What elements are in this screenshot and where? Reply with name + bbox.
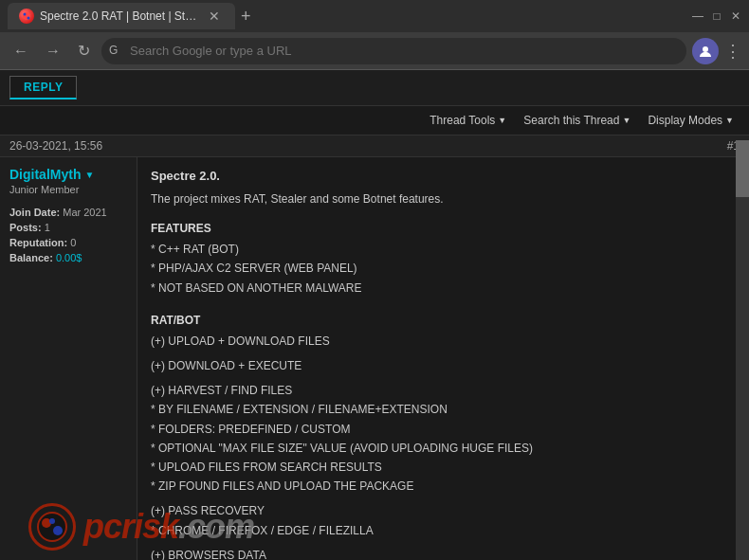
display-modes-dropdown-arrow: ▼ — [725, 116, 734, 125]
post-line: (+) DOWNLOAD + EXECUTE — [151, 357, 736, 375]
close-button[interactable]: ✕ — [730, 10, 741, 22]
maximize-button[interactable]: □ — [711, 10, 722, 22]
watermark-text: pcrisk.com — [83, 507, 254, 547]
forward-button[interactable]: → — [40, 39, 66, 63]
reputation-row: Reputation: 0 — [9, 237, 127, 248]
username: DigitalMyth ▼ — [9, 167, 127, 182]
post-section-header: FEATURES — [151, 220, 736, 238]
post-line: * ZIP FOUND FILES AND UPLOAD THE PACKAGE — [151, 478, 736, 496]
tab-favicon — [19, 9, 34, 24]
user-meta: Join Date: Mar 2021 Posts: 1 Reputation:… — [9, 207, 127, 263]
post-date: 26-03-2021, 15:56 — [9, 139, 102, 153]
post-line: * NOT BASED ON ANOTHER MALWARE — [151, 280, 736, 298]
minimize-button[interactable]: — — [692, 10, 703, 22]
browser-chrome: Spectre 2.0 RAT | Botnet | Stealer ✕ + —… — [0, 0, 749, 70]
thread-toolbar: Thread Tools ▼ Search this Thread ▼ Disp… — [0, 106, 749, 135]
reply-bar: REPLY — [0, 70, 749, 106]
watermark: pcrisk.com — [28, 503, 254, 551]
thread-tools-dropdown-arrow: ▼ — [498, 116, 506, 125]
svg-point-3 — [703, 46, 708, 52]
scrollbar[interactable] — [736, 140, 749, 560]
google-icon: G — [109, 44, 124, 59]
post-header: 26-03-2021, 15:56 #1 — [0, 135, 749, 157]
refresh-button[interactable]: ↻ — [72, 38, 96, 63]
post-area: 26-03-2021, 15:56 #1 DigitalMyth ▼ Junio… — [0, 135, 749, 560]
svg-point-7 — [49, 518, 55, 524]
user-rank: Junior Member — [9, 184, 127, 195]
user-sidebar: DigitalMyth ▼ Junior Member Join Date: M… — [0, 157, 137, 560]
thread-tools-button[interactable]: Thread Tools ▼ — [422, 110, 514, 131]
scrollbar-thumb[interactable] — [736, 140, 749, 197]
post-line: * BY FILENAME / EXTENSION / FILENAME+EXT… — [151, 401, 736, 419]
post-line: * FOLDERS: PREDEFINED / CUSTOM — [151, 421, 736, 439]
display-modes-button[interactable]: Display Modes ▼ — [640, 110, 741, 131]
page-content: REPLY Thread Tools ▼ Search this Thread … — [0, 70, 749, 560]
post-line: (+) UPLOAD + DOWNLOAD FILES — [151, 333, 736, 351]
svg-point-4 — [38, 513, 66, 541]
window-controls: — □ ✕ — [692, 10, 741, 22]
post-subtitle: The project mixes RAT, Stealer and some … — [151, 190, 736, 208]
post-section-header: RAT/BOT — [151, 312, 736, 330]
join-date-row: Join Date: Mar 2021 — [9, 207, 127, 218]
svg-point-1 — [24, 13, 27, 16]
reply-button[interactable]: REPLY — [9, 76, 77, 99]
browser-menu-button[interactable]: ⋮ — [724, 41, 741, 62]
back-button[interactable]: ← — [8, 39, 34, 63]
search-thread-button[interactable]: Search this Thread ▼ — [516, 110, 638, 131]
post-content-area: Spectre 2.0. The project mixes RAT, Stea… — [137, 157, 749, 560]
post-title: Spectre 2.0. — [151, 167, 736, 187]
post-line: * UPLOAD FILES FROM SEARCH RESULTS — [151, 459, 736, 477]
svg-point-2 — [27, 17, 30, 20]
profile-button[interactable] — [692, 38, 719, 64]
post-line: * PHP/AJAX C2 SERVER (WEB PANEL) — [151, 260, 736, 278]
address-input[interactable] — [101, 38, 686, 64]
username-arrow-icon: ▼ — [84, 170, 94, 180]
address-bar-container: G — [101, 38, 686, 64]
balance-row: Balance: 0.00$ — [9, 252, 127, 263]
browser-titlebar: Spectre 2.0 RAT | Botnet | Stealer ✕ + —… — [0, 0, 749, 32]
tab-close-button[interactable]: ✕ — [205, 7, 224, 26]
search-thread-dropdown-arrow: ▼ — [622, 116, 630, 125]
post-line: * OPTIONAL "MAX FILE SIZE" VALUE (AVOID … — [151, 440, 736, 458]
browser-toolbar: ← → ↻ G ⋮ — [0, 32, 749, 70]
tab-title: Spectre 2.0 RAT | Botnet | Stealer — [40, 9, 199, 23]
post-body: DigitalMyth ▼ Junior Member Join Date: M… — [0, 157, 749, 560]
new-tab-button[interactable]: + — [241, 7, 251, 27]
post-line: * C++ RAT (BOT) — [151, 241, 736, 259]
browser-tab[interactable]: Spectre 2.0 RAT | Botnet | Stealer ✕ — [8, 3, 235, 29]
svg-point-6 — [53, 526, 63, 535]
post-line: (+) HARVEST / FIND FILES — [151, 382, 736, 400]
post-spacer — [151, 298, 736, 304]
posts-row: Posts: 1 — [9, 222, 127, 233]
watermark-icon — [28, 503, 76, 551]
